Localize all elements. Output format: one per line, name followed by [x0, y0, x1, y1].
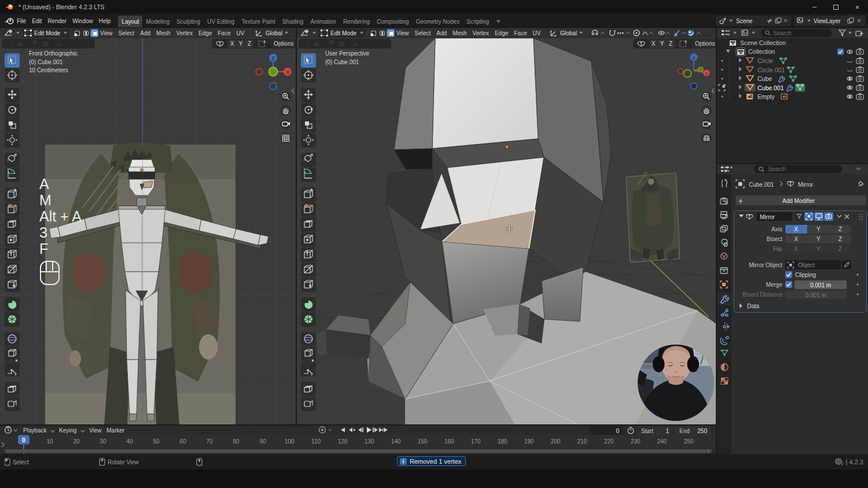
svg-text:F: F — [39, 241, 48, 257]
svg-text:Circle: Circle — [757, 57, 773, 64]
svg-text:Mirror Object: Mirror Object — [749, 262, 782, 268]
svg-text:Cube.001: Cube.001 — [757, 84, 784, 91]
svg-text:0: 0 — [22, 437, 25, 443]
svg-text:Keying: Keying — [59, 427, 77, 434]
svg-text:230: 230 — [631, 438, 641, 445]
svg-text:250: 250 — [684, 438, 694, 445]
svg-text:Flip: Flip — [773, 246, 783, 252]
svg-text:(0) Cube.001: (0) Cube.001 — [325, 59, 359, 65]
svg-text:170: 170 — [471, 438, 481, 445]
svg-text:1: 1 — [665, 428, 669, 434]
svg-text:Mirror: Mirror — [760, 214, 775, 220]
svg-text:Empty: Empty — [757, 93, 775, 100]
svg-text:Z: Z — [271, 56, 274, 61]
svg-text:Cube: Cube — [757, 75, 772, 82]
svg-text:M: M — [39, 192, 52, 208]
svg-text:200: 200 — [551, 438, 561, 445]
svg-text:User Perspective: User Perspective — [325, 50, 370, 57]
svg-text:Data: Data — [747, 303, 760, 309]
svg-text:Merge: Merge — [766, 282, 783, 288]
svg-text:Add Modifier: Add Modifier — [782, 198, 815, 204]
svg-text:0.001 m: 0.001 m — [806, 292, 826, 298]
svg-text:190: 190 — [524, 438, 534, 445]
svg-text:Clipping: Clipping — [795, 272, 816, 278]
svg-text:X: X — [794, 246, 798, 252]
svg-text:250: 250 — [697, 428, 707, 434]
svg-text:Z: Z — [838, 226, 842, 232]
svg-text:130: 130 — [365, 438, 374, 445]
svg-text:X: X — [794, 226, 798, 232]
svg-text:2: 2 — [841, 461, 843, 465]
svg-text:Y: Y — [816, 226, 821, 232]
svg-text:3: 3 — [39, 224, 47, 241]
svg-text:X: X — [794, 236, 798, 242]
svg-text:0.001 m: 0.001 m — [810, 282, 831, 289]
svg-text:Cube.001: Cube.001 — [749, 182, 774, 188]
svg-text:10: 10 — [46, 438, 53, 445]
svg-text:180: 180 — [498, 438, 507, 445]
svg-text:Search: Search — [768, 166, 786, 172]
svg-text:Playback: Playback — [23, 427, 47, 434]
svg-text:Bisect Distance: Bisect Distance — [742, 291, 782, 298]
svg-text:100: 100 — [285, 438, 295, 445]
svg-text:Bisect: Bisect — [767, 236, 782, 242]
svg-text:Axis: Axis — [771, 226, 782, 232]
svg-text:Select: Select — [13, 459, 29, 465]
svg-text:Rotate View: Rotate View — [108, 459, 139, 465]
svg-text:80: 80 — [233, 438, 240, 445]
svg-text:A: A — [39, 176, 49, 192]
svg-text:110: 110 — [311, 438, 321, 445]
svg-text:Y: Y — [816, 236, 821, 242]
svg-text:40: 40 — [126, 438, 133, 445]
svg-text:End: End — [679, 428, 690, 434]
svg-text:Z: Z — [693, 56, 696, 61]
svg-text:Start: Start — [641, 428, 653, 434]
svg-text:120: 120 — [338, 438, 348, 445]
svg-text:Z: Z — [838, 246, 842, 252]
svg-text:210: 210 — [578, 438, 587, 445]
svg-text:0: 0 — [616, 428, 619, 434]
svg-text:240: 240 — [657, 438, 667, 445]
svg-text:160: 160 — [444, 438, 454, 445]
svg-text:50: 50 — [153, 438, 160, 445]
svg-text:View: View — [89, 427, 102, 434]
svg-text:220: 220 — [604, 438, 614, 445]
svg-text:Collection: Collection — [748, 48, 775, 55]
svg-text:Y: Y — [816, 246, 821, 252]
svg-text:Front Orthographic: Front Orthographic — [29, 50, 78, 57]
svg-text:Y: Y — [699, 67, 702, 72]
svg-text:Alt + A: Alt + A — [39, 208, 82, 224]
svg-text:70: 70 — [206, 438, 213, 445]
svg-text:Object: Object — [798, 262, 815, 268]
svg-text:Z: Z — [838, 236, 842, 242]
svg-text:Mirror: Mirror — [798, 182, 814, 188]
svg-text:30: 30 — [100, 438, 106, 445]
svg-text:10 Centimeters: 10 Centimeters — [29, 67, 68, 73]
svg-text:60: 60 — [179, 438, 186, 445]
svg-text:Scene Collection: Scene Collection — [740, 39, 786, 46]
svg-text:Circle.001: Circle.001 — [757, 66, 785, 73]
svg-text:20: 20 — [73, 438, 80, 445]
svg-text:150: 150 — [418, 438, 428, 445]
svg-text:(0) Cube.001: (0) Cube.001 — [29, 59, 63, 65]
svg-text:X: X — [286, 69, 289, 75]
svg-text:X: X — [705, 71, 708, 76]
svg-text:140: 140 — [391, 438, 401, 445]
svg-text:90: 90 — [259, 438, 266, 445]
svg-text:Marker: Marker — [106, 427, 125, 434]
